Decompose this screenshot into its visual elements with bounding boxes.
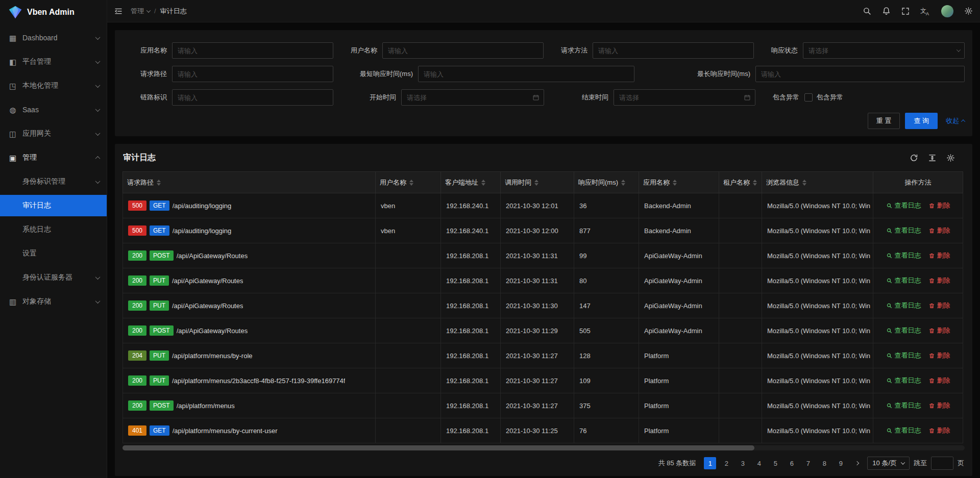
reset-button[interactable]: 重 置 (868, 113, 900, 129)
sort-icons[interactable] (802, 180, 806, 186)
page-button-7[interactable]: 7 (802, 457, 814, 469)
column-header-user[interactable]: 用户名称 (376, 172, 441, 193)
sort-icons[interactable] (481, 180, 485, 186)
horizontal-scrollbar[interactable] (122, 445, 965, 450)
delete-button[interactable]: 删除 (928, 226, 950, 235)
max-response-time-input[interactable] (755, 66, 965, 82)
search-icon[interactable] (863, 7, 871, 15)
table-title: 审计日志 (123, 153, 156, 163)
query-button[interactable]: 查 询 (905, 113, 938, 129)
column-header-client[interactable]: 客户端地址 (441, 172, 501, 193)
sort-icons[interactable] (753, 180, 757, 186)
page-button-1[interactable]: 1 (704, 457, 716, 469)
tenant-name-cell (719, 218, 762, 243)
next-page-button[interactable] (851, 457, 863, 469)
sidebar-item-设置[interactable]: 设置 (0, 243, 107, 264)
collapse-link[interactable]: 收起 (946, 116, 965, 125)
column-header-browser[interactable]: 浏览器信息 (762, 172, 873, 193)
method-badge: PUT (150, 375, 169, 386)
translate-icon[interactable]: 文 A (920, 7, 930, 16)
user-name-cell: vben (376, 193, 441, 218)
app-name-cell: Platform (639, 393, 719, 418)
column-header-actions[interactable]: 操作方法 (873, 172, 963, 193)
call-time-cell: 2021-10-30 11:30 (501, 293, 574, 318)
view-log-button[interactable]: 查看日志 (886, 326, 921, 335)
delete-button[interactable]: 删除 (928, 251, 950, 260)
response-time-cell: 99 (574, 243, 639, 268)
include-exception-checkbox[interactable] (804, 93, 813, 102)
delete-button[interactable]: 删除 (928, 426, 950, 435)
delete-button[interactable]: 删除 (928, 376, 950, 385)
delete-button[interactable]: 删除 (928, 351, 950, 360)
page-button-3[interactable]: 3 (737, 457, 749, 469)
sort-icons[interactable] (673, 180, 677, 186)
jump-page-input[interactable] (931, 457, 953, 470)
sidebar-item-审计日志[interactable]: 审计日志 (0, 195, 107, 216)
view-log-button[interactable]: 查看日志 (886, 351, 921, 360)
user-name-input[interactable] (382, 42, 544, 59)
dashboard-icon: ▦ (8, 34, 17, 42)
view-log-button[interactable]: 查看日志 (886, 301, 921, 310)
column-header-resp_ms[interactable]: 响应时间(ms) (574, 172, 639, 193)
logo[interactable]: Vben Admin (0, 0, 107, 24)
sort-icons[interactable] (409, 180, 413, 186)
sidebar-item-系统日志[interactable]: 系统日志 (0, 219, 107, 240)
refresh-icon[interactable] (910, 154, 918, 162)
view-log-button[interactable]: 查看日志 (886, 376, 921, 385)
page-button-2[interactable]: 2 (720, 457, 732, 469)
sidebar-item-本地化管理[interactable]: ◳ 本地化管理 (0, 75, 107, 96)
browser-info-cell: Mozilla/5.0 (Windows NT 10.0; Win (762, 368, 873, 393)
sidebar-item-应用网关[interactable]: ◫ 应用网关 (0, 123, 107, 144)
view-log-button[interactable]: 查看日志 (886, 426, 921, 435)
avatar[interactable] (941, 5, 953, 17)
sort-icons[interactable] (621, 180, 625, 186)
delete-button[interactable]: 删除 (928, 301, 950, 310)
column-header-time[interactable]: 调用时间 (501, 172, 574, 193)
view-log-button[interactable]: 查看日志 (886, 251, 921, 260)
app-name-input[interactable] (172, 42, 333, 59)
page-button-8[interactable]: 8 (818, 457, 830, 469)
sidebar-item-Saas[interactable]: ◍ Saas (0, 99, 107, 120)
page-button-4[interactable]: 4 (753, 457, 765, 469)
delete-button[interactable]: 删除 (928, 401, 950, 410)
min-response-time-input[interactable] (418, 66, 634, 82)
start-time-picker[interactable] (401, 89, 544, 106)
sidebar-item-对象存储[interactable]: ▥ 对象存储 (0, 291, 107, 312)
page-button-5[interactable]: 5 (769, 457, 781, 469)
breadcrumb-parent[interactable]: 管理 (131, 7, 150, 16)
page-button-9[interactable]: 9 (835, 457, 847, 469)
settings-icon[interactable] (964, 7, 973, 15)
scrollbar-thumb[interactable] (122, 445, 754, 450)
trace-id-input[interactable] (172, 89, 333, 106)
sidebar-item-Dashboard[interactable]: ▦ Dashboard (0, 27, 107, 48)
end-time-picker[interactable] (614, 89, 755, 106)
view-log-button[interactable]: 查看日志 (886, 401, 921, 410)
sidebar-item-身份标识管理[interactable]: 身份标识管理 (0, 171, 107, 192)
request-path-input[interactable] (172, 66, 333, 82)
column-header-app[interactable]: 应用名称 (639, 172, 719, 193)
sort-icons[interactable] (534, 180, 538, 186)
fullscreen-icon[interactable] (901, 7, 910, 15)
menu-fold-icon[interactable] (114, 7, 122, 15)
request-method-input[interactable] (593, 42, 754, 59)
column-header-path[interactable]: 请求路径 (123, 172, 376, 193)
view-log-button[interactable]: 查看日志 (886, 226, 921, 235)
column-height-icon[interactable] (928, 154, 937, 162)
delete-label: 删除 (937, 326, 950, 335)
delete-button[interactable]: 删除 (928, 326, 950, 335)
sidebar-item-管理[interactable]: ▣ 管理 (0, 147, 107, 168)
sidebar-item-身份认证服务器[interactable]: 身份认证服务器 (0, 267, 107, 288)
response-status-select[interactable] (803, 42, 965, 59)
page-button-6[interactable]: 6 (786, 457, 798, 469)
bell-icon[interactable] (882, 7, 891, 15)
column-header-tenant[interactable]: 租户名称 (719, 172, 762, 193)
page-size-select[interactable]: 10 条/页 (867, 457, 910, 470)
view-log-button[interactable]: 查看日志 (886, 276, 921, 285)
view-log-button[interactable]: 查看日志 (886, 201, 921, 210)
sidebar-item-平台管理[interactable]: ◧ 平台管理 (0, 51, 107, 72)
app-name-cell: ApiGateWay-Admin (639, 243, 719, 268)
table-settings-icon[interactable] (946, 154, 955, 162)
delete-button[interactable]: 删除 (928, 201, 950, 210)
delete-button[interactable]: 删除 (928, 276, 950, 285)
sort-icons[interactable] (157, 180, 161, 186)
